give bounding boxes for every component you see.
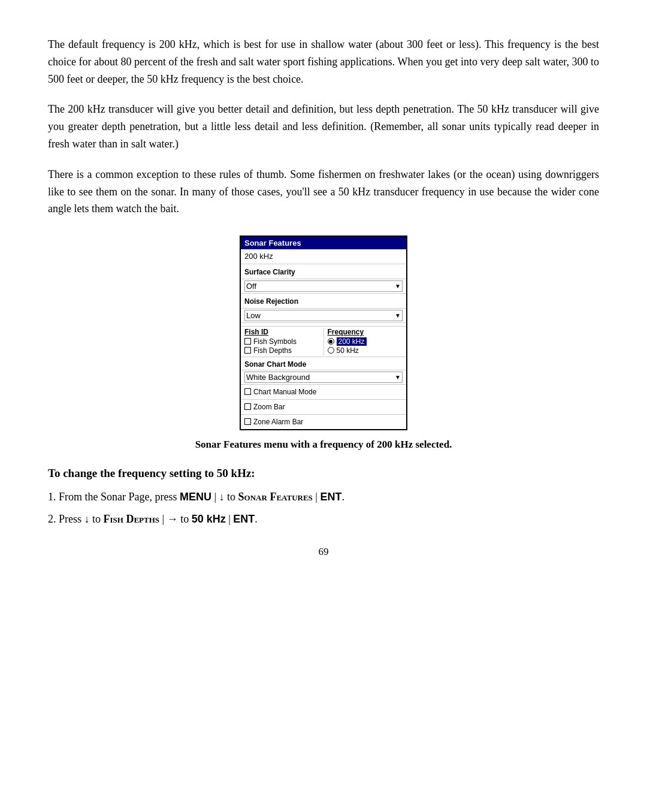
fish-symbols-label: Fish Symbols bbox=[253, 337, 297, 346]
fish-symbols-checkbox[interactable] bbox=[244, 338, 251, 345]
menu-caption: Sonar Features menu with a frequency of … bbox=[48, 436, 599, 452]
step2-ent-key: ENT bbox=[233, 513, 255, 525]
menu-container: Sonar Features 200 kHz Surface Clarity O… bbox=[48, 236, 599, 430]
surface-clarity-value: Off bbox=[246, 282, 256, 291]
surface-clarity-select-row[interactable]: Off ▼ bbox=[241, 279, 406, 294]
zone-alarm-checkbox-row[interactable]: Zone Alarm Bar bbox=[244, 416, 403, 427]
white-background-row[interactable]: White Background ▼ bbox=[241, 370, 406, 385]
noise-rejection-value: Low bbox=[246, 311, 261, 320]
white-background-value: White Background bbox=[246, 373, 310, 382]
zone-alarm-checkbox[interactable] bbox=[244, 418, 251, 425]
step2-fish-depths: Fish Depths bbox=[104, 513, 160, 525]
freq-display-value: 200 kHz bbox=[244, 252, 273, 261]
freq-200-radio[interactable] bbox=[328, 338, 334, 345]
step1-text: 1. From the Sonar Page, press bbox=[48, 491, 177, 503]
paragraph-1: The default frequency is 200 kHz, which … bbox=[48, 36, 599, 87]
zone-alarm-label: Zone Alarm Bar bbox=[253, 416, 303, 427]
freq-200-label: 200 kHz bbox=[337, 337, 367, 346]
step1-sep1: | ↓ to bbox=[211, 491, 235, 503]
step1-period: . bbox=[341, 491, 344, 503]
fish-id-header: Fish ID bbox=[244, 328, 320, 336]
zoom-bar-checkbox-row[interactable]: Zoom Bar bbox=[244, 402, 403, 412]
freq-200-row[interactable]: 200 kHz bbox=[328, 337, 403, 346]
surface-clarity-select[interactable]: Off ▼ bbox=[244, 280, 403, 292]
step2-50khz: 50 kHz bbox=[192, 513, 226, 525]
chart-manual-checkbox[interactable] bbox=[244, 388, 251, 395]
fish-freq-row: Fish ID Fish Symbols Fish Depths Frequen… bbox=[241, 327, 406, 357]
chart-manual-checkbox-row[interactable]: Chart Manual Mode bbox=[244, 387, 403, 397]
noise-rejection-select-row[interactable]: Low ▼ bbox=[241, 309, 406, 323]
frequency-col: Frequency 200 kHz 50 kHz bbox=[324, 328, 403, 355]
fish-depths-row[interactable]: Fish Depths bbox=[244, 346, 320, 355]
surface-clarity-arrow: ▼ bbox=[395, 283, 401, 289]
sonar-features-menu: Sonar Features 200 kHz Surface Clarity O… bbox=[240, 236, 407, 430]
sonar-chart-mode-section: Sonar Chart Mode bbox=[241, 357, 406, 370]
freq-50-label: 50 kHz bbox=[337, 346, 359, 355]
menu-title: Sonar Features bbox=[241, 237, 406, 249]
noise-rejection-label: Noise Rejection bbox=[244, 296, 403, 307]
paragraph-2: The 200 kHz transducer will give you bet… bbox=[48, 101, 599, 152]
noise-rejection-select[interactable]: Low ▼ bbox=[244, 310, 403, 321]
surface-clarity-label: Surface Clarity bbox=[244, 267, 403, 277]
fish-depths-label: Fish Depths bbox=[253, 346, 292, 355]
step1-ent-key: ENT bbox=[320, 491, 341, 503]
zoom-bar-checkbox[interactable] bbox=[244, 403, 251, 410]
step2-sep2: | bbox=[228, 513, 231, 525]
freq-display-row: 200 kHz bbox=[241, 249, 406, 264]
fish-depths-checkbox[interactable] bbox=[244, 347, 251, 354]
noise-rejection-arrow: ▼ bbox=[395, 312, 401, 319]
white-background-select[interactable]: White Background ▼ bbox=[244, 372, 403, 383]
step1-sep2: | bbox=[313, 491, 318, 503]
step2-period: . bbox=[255, 513, 258, 525]
step1-sonar-features: Sonar Features bbox=[238, 491, 313, 503]
section-heading: To change the frequency setting to 50 kH… bbox=[48, 464, 599, 482]
chart-manual-label: Chart Manual Mode bbox=[253, 387, 316, 397]
white-background-arrow: ▼ bbox=[395, 374, 401, 381]
surface-clarity-label-row: Surface Clarity bbox=[241, 264, 406, 279]
step-2: 2. Press ↓ to Fish Depths | → to 50 kHz … bbox=[48, 511, 599, 528]
instruction-list: 1. From the Sonar Page, press MENU | ↓ t… bbox=[48, 488, 599, 528]
sonar-chart-mode-label: Sonar Chart Mode bbox=[244, 360, 403, 369]
zoom-bar-label: Zoom Bar bbox=[253, 402, 285, 412]
fish-id-col: Fish ID Fish Symbols Fish Depths bbox=[244, 328, 324, 355]
fish-symbols-row[interactable]: Fish Symbols bbox=[244, 337, 320, 346]
step-1: 1. From the Sonar Page, press MENU | ↓ t… bbox=[48, 488, 599, 506]
page-content: The default frequency is 200 kHz, which … bbox=[48, 36, 599, 558]
frequency-header: Frequency bbox=[328, 328, 403, 336]
noise-rejection-label-row: Noise Rejection bbox=[241, 294, 406, 309]
step2-sep1: | → to bbox=[159, 513, 189, 525]
page-number: 69 bbox=[48, 546, 599, 558]
zoom-bar-row[interactable]: Zoom Bar bbox=[241, 400, 406, 415]
freq-50-radio[interactable] bbox=[328, 347, 334, 354]
step2-text: 2. Press ↓ to bbox=[48, 513, 101, 525]
freq-50-row[interactable]: 50 kHz bbox=[328, 346, 403, 355]
chart-manual-row[interactable]: Chart Manual Mode bbox=[241, 385, 406, 400]
step1-menu-key: MENU bbox=[180, 491, 211, 503]
zone-alarm-row[interactable]: Zone Alarm Bar bbox=[241, 415, 406, 429]
paragraph-3: There is a common exception to these rul… bbox=[48, 166, 599, 218]
